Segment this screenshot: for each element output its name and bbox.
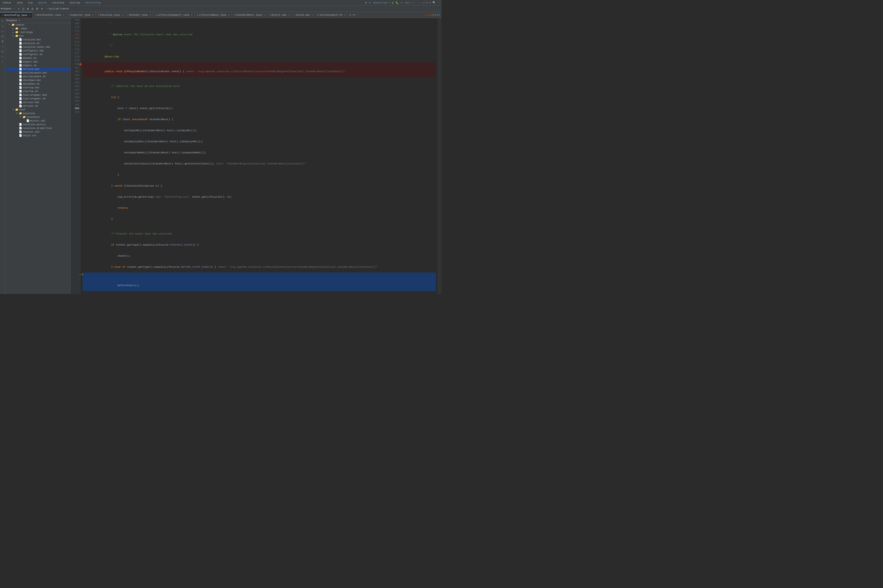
ln-375: 375 bbox=[72, 44, 79, 48]
endpoints-icon[interactable]: ⌗ bbox=[0, 60, 5, 64]
sh-icon-tree-5: 📄 bbox=[19, 75, 22, 78]
tree-servicebat[interactable]: ▶ 📄 service.bat bbox=[5, 68, 70, 71]
tab-lifecyclesupport[interactable]: J LifecycleSupport.java ✕ bbox=[153, 12, 195, 18]
settings-label: .settings bbox=[19, 31, 33, 34]
toggle-btn-2[interactable]: ⊖ bbox=[30, 6, 34, 11]
tab-digester[interactable]: J Digester.java ✕ bbox=[66, 12, 96, 18]
tree-localhost[interactable]: ▼ 📁 localhost bbox=[5, 115, 70, 119]
tree-daemonsh[interactable]: ▶ 📄 daemon.sh bbox=[5, 56, 70, 60]
code-content[interactable]: * * @param event The lifecycle event tha… bbox=[81, 18, 438, 294]
close-hostconfig[interactable]: ✕ bbox=[29, 14, 30, 16]
close-ruleset[interactable]: ✕ bbox=[150, 14, 151, 16]
project-dropdown-arrow[interactable]: ▾ bbox=[13, 7, 15, 10]
project-tree: Project ▾ ▼ 📁 tomcat ▶ 📁 .idea ▶ 📁 .sett… bbox=[5, 18, 70, 294]
close-hostruleset[interactable]: ✕ bbox=[63, 14, 64, 16]
code-line-375: try { bbox=[82, 92, 436, 103]
breadcrumb-tomcat[interactable]: tomcat bbox=[1, 2, 12, 4]
close-digester[interactable]: ✕ bbox=[92, 14, 94, 16]
tree-configtestbat[interactable]: ▶ 📄 configtest.bat bbox=[5, 49, 70, 52]
breadcrumb-apache[interactable]: apache bbox=[37, 2, 48, 4]
breadcrumb-hostconfig[interactable]: HostConfig bbox=[84, 2, 102, 4]
database-icon[interactable]: 🗄 bbox=[0, 39, 5, 44]
tree-versionbat[interactable]: ▶ 📄 version.bat bbox=[5, 100, 70, 104]
tree-idea[interactable]: ▶ 📁 .idea bbox=[5, 27, 70, 30]
breadcrumb-java[interactable]: java bbox=[16, 2, 24, 4]
tree-conf[interactable]: ▼ 📁 conf bbox=[5, 108, 70, 112]
bootstrap-dropdown[interactable]: Bootstrap ▾ bbox=[373, 1, 390, 4]
tab-more[interactable]: C >> bbox=[348, 12, 358, 18]
json-parser-icon[interactable]: {} bbox=[0, 34, 5, 39]
tree-catalina-properties[interactable]: ▶ 📄 catalina.properties bbox=[5, 126, 70, 130]
tree-configtestsh[interactable]: ▶ 📄 configtest.sh bbox=[5, 52, 70, 56]
settings-btn[interactable]: ⚙ bbox=[35, 6, 39, 11]
catalinatasks-label: catalina-tasks.xml bbox=[23, 46, 50, 48]
tree-toolwrapperbat[interactable]: ▶ 📄 tool-wrapper.bat bbox=[5, 93, 70, 97]
collapse-all-btn[interactable]: ≡ bbox=[17, 6, 21, 11]
tree-versionsh[interactable]: ▶ 📄 version.sh bbox=[5, 104, 70, 108]
tab-ruleset[interactable]: J RuleSet.java ✕ bbox=[125, 12, 153, 18]
tab-mytest[interactable]: X mytest.xml ✕ bbox=[267, 12, 292, 18]
tree-shutdownbat[interactable]: ▶ 📄 shutdown.bat bbox=[5, 78, 70, 82]
close-lifecyclesupport[interactable]: ✕ bbox=[191, 14, 192, 16]
coverage-btn[interactable]: ◎ bbox=[401, 1, 402, 4]
line-numbers: 368 369 370 371 372 373 374 375 376 377 … bbox=[70, 18, 81, 294]
code-388: // Process the event that has occurred bbox=[99, 232, 171, 235]
tree-catalinatasks[interactable]: ▶ 📄 catalina-tasks.xml bbox=[5, 45, 70, 49]
tree-setclasspathsh[interactable]: ▶ 📄 setclasspath.sh bbox=[5, 75, 70, 78]
tree-catalina-conf[interactable]: ▼ 📁 Catalina bbox=[5, 112, 70, 115]
tree-startupsh[interactable]: ▶ 📄 startup.sh bbox=[5, 90, 70, 93]
settings-icon[interactable]: ⚙ bbox=[369, 1, 371, 4]
tree-root[interactable]: ▼ 📁 tomcat bbox=[5, 23, 70, 27]
hello-txt-label: hello.txt bbox=[23, 134, 36, 137]
tab-standardhost[interactable]: J StandardHost.java ✕ bbox=[231, 12, 267, 18]
sep5: › bbox=[66, 2, 68, 4]
close-setclasspath[interactable]: ✕ bbox=[344, 14, 346, 16]
code-372-a: ( bbox=[146, 70, 148, 73]
hierarchy-icon[interactable]: ⊟ bbox=[0, 24, 5, 28]
close-panel-btn[interactable]: ✕ bbox=[40, 6, 44, 11]
tab-hostruleset[interactable]: J HostRuleSet.java ✕ bbox=[33, 12, 66, 18]
tab-hostconfig[interactable]: J HostConfig.java ✕ bbox=[0, 12, 33, 18]
tree-settings[interactable]: ▶ 📁 .settings bbox=[5, 30, 70, 34]
code-391-b: (event.getType().equals(Lifecycle. bbox=[127, 266, 181, 268]
run-icon[interactable]: ▶ bbox=[366, 1, 367, 4]
breadcrumb-startup[interactable]: startup bbox=[69, 2, 81, 4]
bat-icon-9: 📄 bbox=[19, 101, 22, 104]
tree-hello-txt[interactable]: ▶ 📄 hello.txt bbox=[5, 134, 70, 137]
debug-run-btn[interactable]: 🐛 bbox=[396, 1, 399, 4]
close-lifecyclebase[interactable]: ✕ bbox=[228, 14, 229, 16]
tab-lifecyclebase[interactable]: J LifecycleBase.java ✕ bbox=[195, 12, 231, 18]
breadcrumb-catalina[interactable]: catalina bbox=[51, 2, 65, 4]
close-catalina[interactable]: ✕ bbox=[122, 14, 123, 16]
tree-catalinabat[interactable]: ▶ 📄 catalina.bat bbox=[5, 38, 70, 42]
tree-startupbat[interactable]: ▶ 📄 startup.bat bbox=[5, 86, 70, 90]
tree-toolwrappersh[interactable]: ▶ 📄 tool-wrapper.sh bbox=[5, 97, 70, 100]
close-mytest[interactable]: ✕ bbox=[288, 14, 290, 16]
structure-icon[interactable]: ⊞ bbox=[0, 19, 5, 24]
bigdata-icon[interactable]: ≡ bbox=[0, 44, 5, 49]
pull-requests-icon[interactable]: ⇅ bbox=[0, 29, 5, 34]
close-standardhost[interactable]: ✕ bbox=[264, 14, 265, 16]
run-btn[interactable]: ▶ bbox=[392, 1, 394, 4]
tab-build[interactable]: X build.xml ✕ bbox=[292, 12, 315, 18]
more-actions-icon[interactable]: ⋮ bbox=[438, 1, 440, 4]
show-outline-btn[interactable]: ◫ bbox=[21, 6, 25, 11]
tree-mytest-xml[interactable]: ▶ 📄 mytest.xml bbox=[5, 119, 70, 123]
tab-catalina[interactable]: J Catalina.java ✕ bbox=[96, 12, 125, 18]
tree-catalina-policy[interactable]: ▶ 📄 catalina.policy bbox=[5, 123, 70, 126]
tree-digestbat[interactable]: ▶ 📄 digest.bat bbox=[5, 60, 70, 64]
bookmarks-icon[interactable]: ★ bbox=[0, 54, 5, 59]
tree-digestsh[interactable]: ▶ 📄 digest.sh bbox=[5, 64, 70, 68]
toggle-btn-1[interactable]: ⊕ bbox=[26, 6, 30, 11]
search-icon[interactable]: 🔍 bbox=[433, 1, 436, 4]
tree-context-xml[interactable]: ▶ 📄 context.xml bbox=[5, 130, 70, 134]
breadcrumb-org[interactable]: org bbox=[27, 2, 33, 4]
tab-setclasspath[interactable]: S setclasspath.sh ✕ bbox=[315, 12, 348, 18]
tree-shutdownsh[interactable]: ▶ 📄 shutdown.sh bbox=[5, 82, 70, 86]
close-build[interactable]: ✕ bbox=[312, 14, 313, 16]
jclasslib-icon[interactable]: ☰ bbox=[0, 50, 5, 54]
code-editor[interactable]: 368 369 370 371 372 373 374 375 376 377 … bbox=[70, 18, 442, 294]
tree-setclasspathbat[interactable]: ▶ 📄 setclasspath.bat bbox=[5, 71, 70, 75]
tree-catalinash[interactable]: ▶ 📄 catalina.sh bbox=[5, 42, 70, 45]
tree-bin[interactable]: ▼ 📁 bin bbox=[5, 34, 70, 38]
